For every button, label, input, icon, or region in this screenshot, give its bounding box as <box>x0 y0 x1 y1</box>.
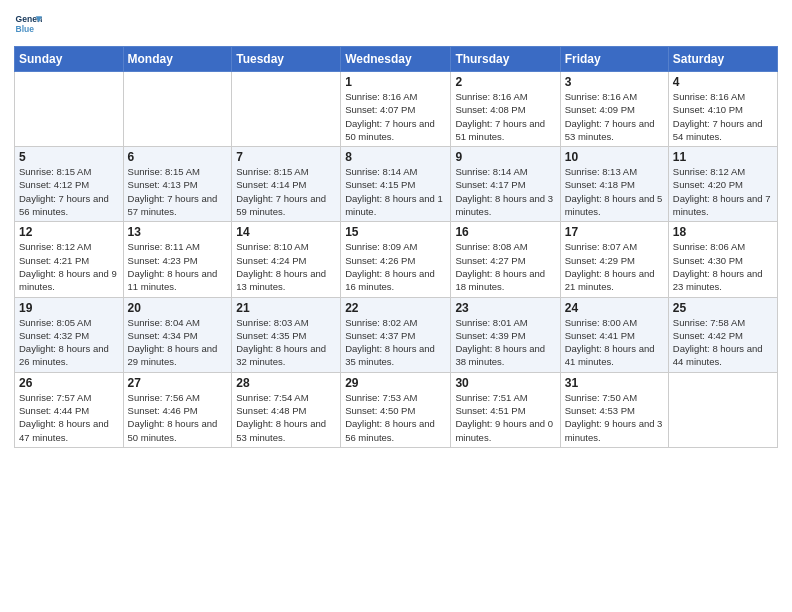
day-number: 29 <box>345 376 446 390</box>
day-info: Sunrise: 8:13 AM Sunset: 4:18 PM Dayligh… <box>565 165 664 218</box>
calendar-day-cell: 24Sunrise: 8:00 AM Sunset: 4:41 PM Dayli… <box>560 297 668 372</box>
day-info: Sunrise: 8:14 AM Sunset: 4:15 PM Dayligh… <box>345 165 446 218</box>
day-number: 3 <box>565 75 664 89</box>
day-number: 17 <box>565 225 664 239</box>
weekday-header-cell: Sunday <box>15 47 124 72</box>
calendar-day-cell: 17Sunrise: 8:07 AM Sunset: 4:29 PM Dayli… <box>560 222 668 297</box>
calendar-day-cell: 23Sunrise: 8:01 AM Sunset: 4:39 PM Dayli… <box>451 297 560 372</box>
calendar-day-cell <box>15 72 124 147</box>
calendar-day-cell: 15Sunrise: 8:09 AM Sunset: 4:26 PM Dayli… <box>341 222 451 297</box>
day-number: 11 <box>673 150 773 164</box>
day-number: 13 <box>128 225 228 239</box>
day-info: Sunrise: 8:07 AM Sunset: 4:29 PM Dayligh… <box>565 240 664 293</box>
calendar-day-cell <box>123 72 232 147</box>
day-info: Sunrise: 8:01 AM Sunset: 4:39 PM Dayligh… <box>455 316 555 369</box>
day-info: Sunrise: 8:04 AM Sunset: 4:34 PM Dayligh… <box>128 316 228 369</box>
calendar-day-cell: 10Sunrise: 8:13 AM Sunset: 4:18 PM Dayli… <box>560 147 668 222</box>
day-number: 25 <box>673 301 773 315</box>
weekday-header-cell: Tuesday <box>232 47 341 72</box>
day-info: Sunrise: 8:05 AM Sunset: 4:32 PM Dayligh… <box>19 316 119 369</box>
day-info: Sunrise: 8:15 AM Sunset: 4:13 PM Dayligh… <box>128 165 228 218</box>
calendar-day-cell: 21Sunrise: 8:03 AM Sunset: 4:35 PM Dayli… <box>232 297 341 372</box>
calendar-day-cell: 31Sunrise: 7:50 AM Sunset: 4:53 PM Dayli… <box>560 372 668 447</box>
day-info: Sunrise: 7:54 AM Sunset: 4:48 PM Dayligh… <box>236 391 336 444</box>
calendar-day-cell: 25Sunrise: 7:58 AM Sunset: 4:42 PM Dayli… <box>668 297 777 372</box>
day-info: Sunrise: 7:57 AM Sunset: 4:44 PM Dayligh… <box>19 391 119 444</box>
calendar-week-row: 12Sunrise: 8:12 AM Sunset: 4:21 PM Dayli… <box>15 222 778 297</box>
day-info: Sunrise: 8:16 AM Sunset: 4:10 PM Dayligh… <box>673 90 773 143</box>
calendar-day-cell: 18Sunrise: 8:06 AM Sunset: 4:30 PM Dayli… <box>668 222 777 297</box>
calendar-day-cell <box>232 72 341 147</box>
day-number: 9 <box>455 150 555 164</box>
calendar-day-cell: 3Sunrise: 8:16 AM Sunset: 4:09 PM Daylig… <box>560 72 668 147</box>
day-info: Sunrise: 8:16 AM Sunset: 4:07 PM Dayligh… <box>345 90 446 143</box>
day-info: Sunrise: 8:08 AM Sunset: 4:27 PM Dayligh… <box>455 240 555 293</box>
day-info: Sunrise: 8:12 AM Sunset: 4:21 PM Dayligh… <box>19 240 119 293</box>
calendar-day-cell: 2Sunrise: 8:16 AM Sunset: 4:08 PM Daylig… <box>451 72 560 147</box>
day-number: 23 <box>455 301 555 315</box>
day-info: Sunrise: 8:09 AM Sunset: 4:26 PM Dayligh… <box>345 240 446 293</box>
day-number: 12 <box>19 225 119 239</box>
day-info: Sunrise: 8:11 AM Sunset: 4:23 PM Dayligh… <box>128 240 228 293</box>
day-number: 27 <box>128 376 228 390</box>
calendar-day-cell: 27Sunrise: 7:56 AM Sunset: 4:46 PM Dayli… <box>123 372 232 447</box>
calendar-day-cell: 6Sunrise: 8:15 AM Sunset: 4:13 PM Daylig… <box>123 147 232 222</box>
calendar-day-cell: 19Sunrise: 8:05 AM Sunset: 4:32 PM Dayli… <box>15 297 124 372</box>
weekday-header-cell: Friday <box>560 47 668 72</box>
day-number: 15 <box>345 225 446 239</box>
calendar-body: 1Sunrise: 8:16 AM Sunset: 4:07 PM Daylig… <box>15 72 778 448</box>
day-number: 24 <box>565 301 664 315</box>
day-info: Sunrise: 7:53 AM Sunset: 4:50 PM Dayligh… <box>345 391 446 444</box>
calendar-day-cell: 22Sunrise: 8:02 AM Sunset: 4:37 PM Dayli… <box>341 297 451 372</box>
day-number: 7 <box>236 150 336 164</box>
logo-icon: General Blue <box>14 10 42 38</box>
calendar-day-cell: 8Sunrise: 8:14 AM Sunset: 4:15 PM Daylig… <box>341 147 451 222</box>
day-number: 22 <box>345 301 446 315</box>
day-info: Sunrise: 8:14 AM Sunset: 4:17 PM Dayligh… <box>455 165 555 218</box>
day-info: Sunrise: 8:02 AM Sunset: 4:37 PM Dayligh… <box>345 316 446 369</box>
day-info: Sunrise: 8:16 AM Sunset: 4:08 PM Dayligh… <box>455 90 555 143</box>
day-number: 8 <box>345 150 446 164</box>
calendar-day-cell: 20Sunrise: 8:04 AM Sunset: 4:34 PM Dayli… <box>123 297 232 372</box>
weekday-header-cell: Saturday <box>668 47 777 72</box>
day-info: Sunrise: 8:10 AM Sunset: 4:24 PM Dayligh… <box>236 240 336 293</box>
calendar-day-cell: 5Sunrise: 8:15 AM Sunset: 4:12 PM Daylig… <box>15 147 124 222</box>
calendar-week-row: 26Sunrise: 7:57 AM Sunset: 4:44 PM Dayli… <box>15 372 778 447</box>
day-number: 31 <box>565 376 664 390</box>
day-number: 10 <box>565 150 664 164</box>
calendar-day-cell: 1Sunrise: 8:16 AM Sunset: 4:07 PM Daylig… <box>341 72 451 147</box>
calendar-week-row: 5Sunrise: 8:15 AM Sunset: 4:12 PM Daylig… <box>15 147 778 222</box>
day-info: Sunrise: 8:00 AM Sunset: 4:41 PM Dayligh… <box>565 316 664 369</box>
day-number: 20 <box>128 301 228 315</box>
weekday-header-row: SundayMondayTuesdayWednesdayThursdayFrid… <box>15 47 778 72</box>
day-info: Sunrise: 8:03 AM Sunset: 4:35 PM Dayligh… <box>236 316 336 369</box>
day-info: Sunrise: 7:56 AM Sunset: 4:46 PM Dayligh… <box>128 391 228 444</box>
calendar-day-cell: 9Sunrise: 8:14 AM Sunset: 4:17 PM Daylig… <box>451 147 560 222</box>
calendar-table: SundayMondayTuesdayWednesdayThursdayFrid… <box>14 46 778 448</box>
calendar-day-cell: 28Sunrise: 7:54 AM Sunset: 4:48 PM Dayli… <box>232 372 341 447</box>
day-number: 28 <box>236 376 336 390</box>
day-number: 26 <box>19 376 119 390</box>
calendar-day-cell: 11Sunrise: 8:12 AM Sunset: 4:20 PM Dayli… <box>668 147 777 222</box>
header: General Blue <box>14 10 778 38</box>
day-info: Sunrise: 8:06 AM Sunset: 4:30 PM Dayligh… <box>673 240 773 293</box>
calendar-week-row: 1Sunrise: 8:16 AM Sunset: 4:07 PM Daylig… <box>15 72 778 147</box>
day-number: 21 <box>236 301 336 315</box>
calendar-day-cell: 30Sunrise: 7:51 AM Sunset: 4:51 PM Dayli… <box>451 372 560 447</box>
logo: General Blue <box>14 10 44 38</box>
calendar-day-cell: 29Sunrise: 7:53 AM Sunset: 4:50 PM Dayli… <box>341 372 451 447</box>
weekday-header-cell: Wednesday <box>341 47 451 72</box>
calendar-day-cell: 7Sunrise: 8:15 AM Sunset: 4:14 PM Daylig… <box>232 147 341 222</box>
day-number: 2 <box>455 75 555 89</box>
day-number: 14 <box>236 225 336 239</box>
calendar-day-cell: 14Sunrise: 8:10 AM Sunset: 4:24 PM Dayli… <box>232 222 341 297</box>
day-number: 5 <box>19 150 119 164</box>
calendar-page: General Blue SundayMondayTuesdayWednesda… <box>0 0 792 612</box>
calendar-day-cell: 26Sunrise: 7:57 AM Sunset: 4:44 PM Dayli… <box>15 372 124 447</box>
day-number: 1 <box>345 75 446 89</box>
calendar-week-row: 19Sunrise: 8:05 AM Sunset: 4:32 PM Dayli… <box>15 297 778 372</box>
calendar-day-cell: 4Sunrise: 8:16 AM Sunset: 4:10 PM Daylig… <box>668 72 777 147</box>
day-info: Sunrise: 8:16 AM Sunset: 4:09 PM Dayligh… <box>565 90 664 143</box>
day-number: 6 <box>128 150 228 164</box>
day-info: Sunrise: 8:15 AM Sunset: 4:12 PM Dayligh… <box>19 165 119 218</box>
